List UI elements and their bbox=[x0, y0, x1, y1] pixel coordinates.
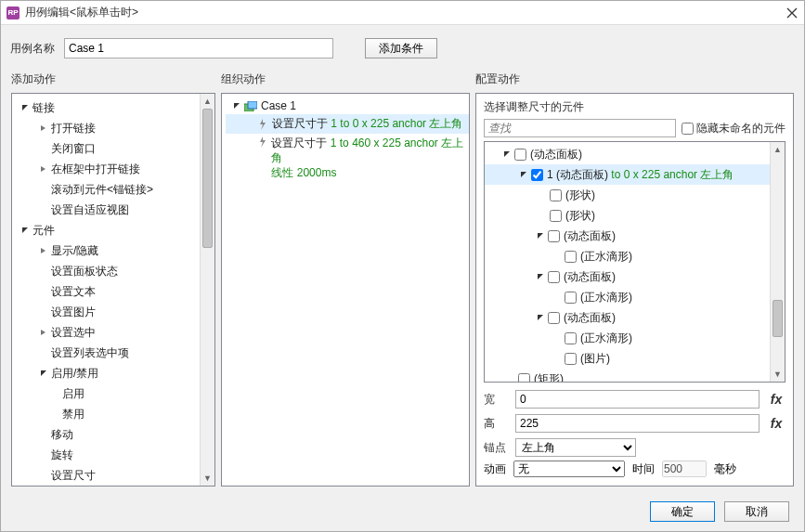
widget-checkbox[interactable] bbox=[565, 353, 577, 365]
widget-checkbox[interactable] bbox=[514, 149, 526, 161]
add-condition-button[interactable]: 添加条件 bbox=[365, 38, 437, 58]
widget-checkbox[interactable] bbox=[550, 189, 562, 201]
widget-checkbox[interactable] bbox=[565, 251, 577, 263]
action-types-tree[interactable]: 链接 打开链接 关闭窗口 在框架中打开链接 滚动到元件<锚链接> 设置自适应视图… bbox=[12, 94, 200, 486]
widget-checkbox[interactable] bbox=[531, 169, 543, 181]
action-2-label: 设置尺寸于 bbox=[271, 136, 327, 149]
widget-tree[interactable]: (动态面板) 1 (动态面板) to 0 x 225 anchor 左上角 (形… bbox=[485, 142, 770, 382]
tree-open-in-frame[interactable]: 在框架中打开链接 bbox=[51, 162, 140, 177]
tree-link[interactable]: 链接 bbox=[32, 100, 55, 116]
widget-rect[interactable]: (矩形) bbox=[534, 371, 564, 383]
widget-drop[interactable]: (正水滴形) bbox=[580, 290, 632, 305]
widget-checkbox[interactable] bbox=[565, 332, 577, 344]
scrollbar[interactable]: ▲ ▼ bbox=[200, 94, 214, 486]
app-icon: RP bbox=[6, 6, 19, 19]
fx-button[interactable]: fx bbox=[767, 392, 786, 407]
widget-checkbox[interactable] bbox=[548, 230, 560, 242]
widget-shape[interactable]: (形状) bbox=[565, 208, 595, 224]
dialog-footer: 确定 取消 bbox=[1, 494, 804, 531]
collapse-icon[interactable] bbox=[231, 100, 242, 111]
collapse-icon[interactable] bbox=[501, 149, 513, 160]
tree-show-hide[interactable]: 显示/隐藏 bbox=[51, 243, 98, 259]
fx-button[interactable]: fx bbox=[767, 416, 786, 431]
tree-scroll-to[interactable]: 滚动到元件<锚链接> bbox=[51, 182, 153, 198]
tree-set-list[interactable]: 设置列表选中项 bbox=[51, 345, 129, 361]
bolt-icon bbox=[257, 136, 267, 149]
tree-panel-state[interactable]: 设置面板状态 bbox=[51, 264, 118, 279]
collapse-icon[interactable] bbox=[19, 102, 31, 113]
action-row-1[interactable]: 设置尺寸于 1 to 0 x 225 anchor 左上角 bbox=[226, 114, 469, 134]
widget-drop[interactable]: (正水滴形) bbox=[580, 331, 632, 346]
close-icon[interactable] bbox=[786, 6, 799, 19]
collapse-icon[interactable] bbox=[535, 312, 546, 323]
case-name-input[interactable] bbox=[64, 38, 333, 58]
scroll-thumb[interactable] bbox=[202, 109, 213, 248]
width-label: 宽 bbox=[484, 392, 508, 408]
widget-checkbox[interactable] bbox=[550, 210, 562, 222]
tree-close-window[interactable]: 关闭窗口 bbox=[51, 141, 96, 157]
tree-open-link[interactable]: 打开链接 bbox=[51, 121, 96, 136]
tree-enable[interactable]: 启用 bbox=[62, 386, 84, 402]
ms-label: 毫秒 bbox=[714, 461, 736, 477]
tree-enable-disable[interactable]: 启用/禁用 bbox=[51, 366, 98, 382]
widget-dp[interactable]: (动态面板) bbox=[564, 310, 616, 326]
case-actions-tree[interactable]: Case 1 设置尺寸于 1 to 0 x 225 anchor 左上角 设置尺… bbox=[222, 94, 469, 182]
time-input bbox=[662, 461, 707, 477]
add-action-title: 添加动作 bbox=[11, 68, 215, 93]
tree-set-size[interactable]: 设置尺寸 bbox=[51, 468, 96, 484]
tree-set-selected[interactable]: 设置选中 bbox=[51, 325, 96, 341]
case-icon bbox=[244, 101, 257, 111]
organize-actions-title: 组织动作 bbox=[221, 68, 470, 93]
scroll-down-icon[interactable]: ▼ bbox=[771, 367, 785, 382]
widget-checkbox[interactable] bbox=[548, 271, 560, 283]
tree-rotate[interactable]: 旋转 bbox=[51, 448, 73, 463]
search-input[interactable] bbox=[484, 119, 676, 137]
tree-move[interactable]: 移动 bbox=[51, 427, 73, 443]
cancel-button[interactable]: 取消 bbox=[724, 501, 789, 522]
widget-checkbox[interactable] bbox=[548, 312, 560, 324]
collapse-icon[interactable] bbox=[38, 368, 49, 379]
widget-checkbox[interactable] bbox=[565, 292, 577, 304]
action-row-2[interactable]: 设置尺寸于 1 to 460 x 225 anchor 左上角线性 2000ms bbox=[226, 134, 469, 182]
anchor-select[interactable]: 左上角 bbox=[515, 438, 636, 457]
tree-widgets[interactable]: 元件 bbox=[32, 223, 55, 239]
hide-unnamed-checkbox[interactable] bbox=[682, 123, 694, 135]
scroll-up-icon[interactable]: ▲ bbox=[201, 94, 214, 109]
collapse-icon[interactable] bbox=[535, 230, 546, 241]
expand-icon[interactable] bbox=[38, 123, 49, 134]
svg-rect-1 bbox=[248, 101, 257, 109]
tree-disable[interactable]: 禁用 bbox=[62, 407, 84, 422]
scrollbar[interactable]: ▲ ▼ bbox=[770, 142, 785, 382]
expand-icon[interactable] bbox=[38, 245, 49, 256]
widget-shape[interactable]: (形状) bbox=[565, 188, 595, 203]
bolt-icon bbox=[257, 118, 268, 131]
widget-dp[interactable]: (动态面板) bbox=[564, 228, 616, 244]
height-input[interactable] bbox=[515, 414, 760, 433]
anchor-label: 锚点 bbox=[484, 440, 508, 456]
widget-drop[interactable]: (正水滴形) bbox=[580, 249, 632, 265]
widget-row-selected[interactable]: 1 (动态面板) to 0 x 225 anchor 左上角 bbox=[485, 164, 770, 185]
hide-unnamed-label[interactable]: 隐藏未命名的元件 bbox=[682, 121, 786, 136]
scroll-up-icon[interactable]: ▲ bbox=[771, 142, 785, 157]
widget-checkbox[interactable] bbox=[518, 373, 530, 383]
case-label[interactable]: Case 1 bbox=[261, 99, 296, 112]
collapse-icon[interactable] bbox=[535, 271, 546, 282]
widget-dp[interactable]: (动态面板) bbox=[564, 269, 616, 285]
expand-icon[interactable] bbox=[38, 327, 49, 338]
widget-img[interactable]: (图片) bbox=[580, 351, 610, 367]
expand-icon[interactable] bbox=[38, 163, 49, 175]
hide-unnamed-text: 隐藏未命名的元件 bbox=[696, 121, 786, 136]
tree-adaptive[interactable]: 设置自适应视图 bbox=[51, 202, 129, 218]
widget-dp[interactable]: (动态面板) bbox=[530, 147, 582, 162]
scroll-down-icon[interactable]: ▼ bbox=[201, 471, 214, 486]
tree-set-image[interactable]: 设置图片 bbox=[51, 305, 96, 320]
ok-button[interactable]: 确定 bbox=[650, 501, 715, 522]
collapse-icon[interactable] bbox=[19, 225, 31, 236]
window-title: 用例编辑<鼠标单击时> bbox=[25, 5, 786, 20]
width-input[interactable] bbox=[515, 390, 760, 409]
scroll-thumb[interactable] bbox=[773, 300, 783, 337]
anim-select[interactable]: 无 bbox=[513, 461, 625, 477]
height-label: 高 bbox=[484, 416, 508, 432]
collapse-icon[interactable] bbox=[518, 169, 529, 180]
tree-set-text[interactable]: 设置文本 bbox=[51, 284, 96, 300]
